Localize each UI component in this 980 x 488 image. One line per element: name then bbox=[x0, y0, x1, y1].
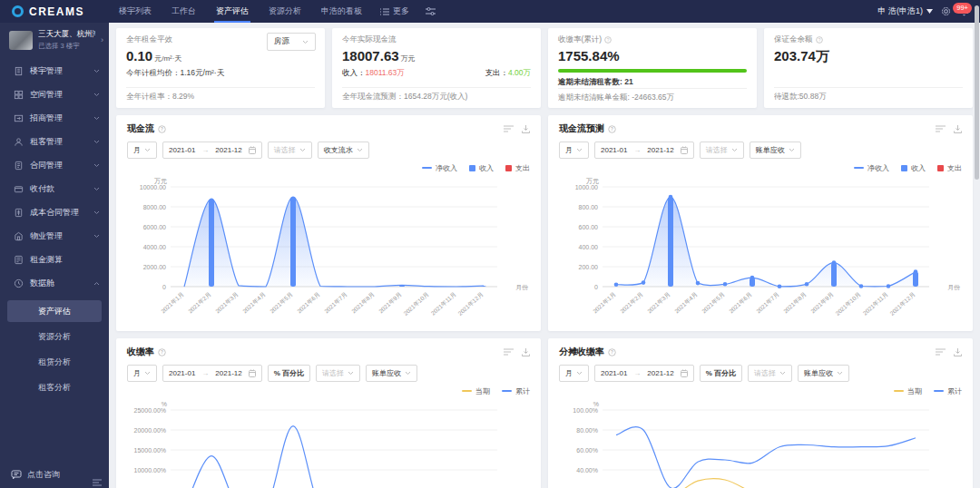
sidebar-item-space-mgmt[interactable]: 空间管理 bbox=[0, 83, 109, 106]
legend-item[interactable]: 当期 bbox=[894, 386, 922, 396]
legend-item[interactable]: 净收入 bbox=[854, 163, 889, 173]
user-name: 申 浩(申浩1) bbox=[878, 5, 924, 17]
chevron-down-icon bbox=[93, 234, 100, 239]
customize-tabs-button[interactable] bbox=[417, 7, 444, 15]
submenu-item-lease-analysis[interactable]: 租赁分析 bbox=[7, 351, 102, 373]
sidebar-item-cost-contract-mgmt[interactable]: 成本合同管理 bbox=[0, 200, 109, 224]
creams-logo-icon bbox=[12, 5, 24, 17]
metric-select[interactable]: 账单应收 bbox=[798, 365, 849, 382]
notifications[interactable]: 99+ bbox=[959, 6, 969, 16]
period-select[interactable]: 月 bbox=[559, 365, 589, 382]
info-icon[interactable]: ? bbox=[158, 125, 166, 133]
chart-svg: 0%5000.00%10000.00%15000.00%20000.00%250… bbox=[127, 398, 530, 488]
consult-button[interactable]: 点击咨询 bbox=[11, 469, 100, 481]
download-icon[interactable] bbox=[522, 348, 530, 356]
metric-select[interactable]: 账单应收 bbox=[366, 365, 417, 382]
tab-resource-analysis[interactable]: 资源分析 bbox=[259, 0, 311, 23]
legend-item[interactable]: 净收入 bbox=[422, 163, 457, 173]
brand-logo[interactable]: CREAMS bbox=[0, 0, 109, 23]
period-select[interactable]: 月 bbox=[127, 142, 157, 159]
sidebar-item-property-mgmt[interactable]: 物业管理 bbox=[0, 224, 109, 248]
building-selector[interactable]: 三天大厦、杭州湾... 已选择 3 楼宇 › bbox=[0, 23, 109, 56]
gear-icon[interactable] bbox=[941, 6, 951, 16]
svg-text:2021年1月: 2021年1月 bbox=[160, 291, 185, 316]
tab-building-list[interactable]: 楼宇列表 bbox=[109, 0, 162, 23]
sidebar-item-building-mgmt[interactable]: 楼宇管理 bbox=[0, 59, 109, 83]
main-content: 全年租金平效 房源 0.10元/m²·天 今年计租均价：1.16元/m²·天 全… bbox=[109, 23, 980, 488]
filter-select[interactable]: 请选择 bbox=[268, 142, 312, 159]
cashflow-forecast-chart[interactable]: 0200.00400.00600.00800.001000.00万元月份2021… bbox=[559, 175, 962, 324]
svg-text:400.00: 400.00 bbox=[579, 244, 599, 250]
date-range-picker[interactable]: 2021-01→2021-12 bbox=[162, 142, 262, 159]
income-value: 18011.63万 bbox=[366, 68, 405, 77]
sidebar-item-data-cabin[interactable]: 数据舱 bbox=[0, 271, 109, 295]
legend-item[interactable]: 累计 bbox=[934, 386, 962, 396]
chevron-down-icon bbox=[93, 187, 100, 191]
date-range-picker[interactable]: 2021-01→2021-12 bbox=[162, 365, 262, 382]
menu-lines-icon[interactable] bbox=[936, 125, 946, 132]
tab-workbench[interactable]: 工作台 bbox=[162, 0, 206, 23]
cashflow-chart[interactable]: 02000.004000.006000.008000.0010000.00万元月… bbox=[127, 175, 530, 324]
chart-legend: 净收入收入支出 bbox=[127, 162, 530, 173]
filter-select[interactable]: 请选择 bbox=[748, 365, 792, 382]
info-icon[interactable]: ? bbox=[816, 36, 823, 44]
chart-legend: 当期累计 bbox=[559, 386, 962, 396]
submenu-item-resource-analysis[interactable]: 资源分析 bbox=[7, 326, 102, 347]
filter-select[interactable]: 请选择 bbox=[316, 365, 360, 382]
info-icon[interactable]: ? bbox=[158, 348, 166, 356]
menu-lines-icon[interactable] bbox=[504, 348, 514, 356]
sidebar-menu: 楼宇管理 空间管理 招商管理 租客管理 合同管理 收付款 bbox=[0, 59, 109, 295]
legend-item[interactable]: 收入 bbox=[469, 163, 494, 173]
svg-text:2021年11月: 2021年11月 bbox=[430, 291, 458, 317]
legend-item[interactable]: 累计 bbox=[502, 386, 530, 396]
period-select[interactable]: 月 bbox=[559, 142, 589, 159]
info-icon[interactable]: ? bbox=[608, 348, 616, 356]
filter-select[interactable]: 请选择 bbox=[700, 142, 744, 159]
collection-rate-chart[interactable]: 0%5000.00%10000.00%15000.00%20000.00%250… bbox=[127, 398, 530, 488]
expense-label: 支出： bbox=[485, 68, 508, 77]
sidebar-item-payments[interactable]: 收付款 bbox=[0, 177, 109, 200]
more-menu[interactable]: 更多 bbox=[372, 5, 417, 17]
percent-toggle[interactable]: % 百分比 bbox=[268, 365, 310, 382]
legend-item[interactable]: 支出 bbox=[505, 163, 530, 173]
vertical-scrollbar[interactable] bbox=[975, 5, 979, 180]
room-source-select[interactable]: 房源 bbox=[267, 33, 316, 51]
calendar-icon bbox=[681, 146, 688, 154]
sidebar-item-leasing-mgmt[interactable]: 招商管理 bbox=[0, 106, 109, 130]
download-icon[interactable] bbox=[954, 348, 962, 356]
submenu-item-asset-evaluation[interactable]: 资产评估 bbox=[7, 300, 102, 322]
submenu-item-tenant-analysis[interactable]: 租客分析 bbox=[7, 376, 102, 398]
stat-card-collection-rate: 收缴率(累计) ? 1755.84% 逾期未结清租客数: 21 逾期未结清账单金… bbox=[548, 28, 757, 108]
info-icon[interactable]: ? bbox=[608, 125, 616, 133]
legend-item[interactable]: 支出 bbox=[937, 163, 962, 173]
date-range-picker[interactable]: 2021-01→2021-12 bbox=[594, 142, 694, 159]
tab-shenhao-board[interactable]: 申浩的看板 bbox=[311, 0, 372, 23]
sidebar-collapse-button[interactable] bbox=[93, 479, 102, 486]
caret-down-icon bbox=[144, 148, 151, 152]
svg-text:600.00: 600.00 bbox=[579, 224, 599, 230]
apportioned-collection-rate-chart[interactable]: 0%20.00%40.00%60.00%80.00%100.00%%月份2021… bbox=[559, 398, 962, 488]
menu-lines-icon[interactable] bbox=[936, 348, 946, 356]
sidebar-item-tenant-mgmt[interactable]: 租客管理 bbox=[0, 130, 109, 153]
legend-item[interactable]: 收入 bbox=[901, 163, 926, 173]
tab-asset-evaluation[interactable]: 资产评估 bbox=[206, 0, 259, 23]
metric-select[interactable]: 收支流水 bbox=[318, 142, 369, 159]
period-select[interactable]: 月 bbox=[127, 365, 157, 382]
svg-text:2021年5月: 2021年5月 bbox=[269, 291, 294, 316]
sidebar-item-contract-mgmt[interactable]: 合同管理 bbox=[0, 153, 109, 177]
top-navbar: CREAMS 楼宇列表 工作台 资产评估 资源分析 申浩的看板 更多 申 浩(申… bbox=[0, 0, 980, 23]
date-range-picker[interactable]: 2021-01→2021-12 bbox=[594, 365, 694, 382]
user-menu[interactable]: 申 浩(申浩1) bbox=[878, 5, 934, 17]
percent-toggle[interactable]: % 百分比 bbox=[700, 365, 742, 382]
download-icon[interactable] bbox=[522, 125, 530, 133]
stat-bottomline: 全年现金流预测：1654.28万元(收入) bbox=[342, 87, 531, 102]
download-icon[interactable] bbox=[954, 125, 962, 133]
metric-select[interactable]: 账单应收 bbox=[750, 142, 801, 159]
legend-item[interactable]: 当期 bbox=[462, 386, 490, 396]
sidebar-item-rent-calculation[interactable]: 租金测算 bbox=[0, 248, 109, 271]
svg-text:万元: 万元 bbox=[586, 178, 599, 184]
menu-lines-icon[interactable] bbox=[504, 125, 514, 132]
building-selected-count: 已选择 3 楼宇 bbox=[38, 42, 95, 51]
info-icon[interactable]: ? bbox=[604, 36, 612, 44]
svg-text:0: 0 bbox=[162, 284, 166, 290]
